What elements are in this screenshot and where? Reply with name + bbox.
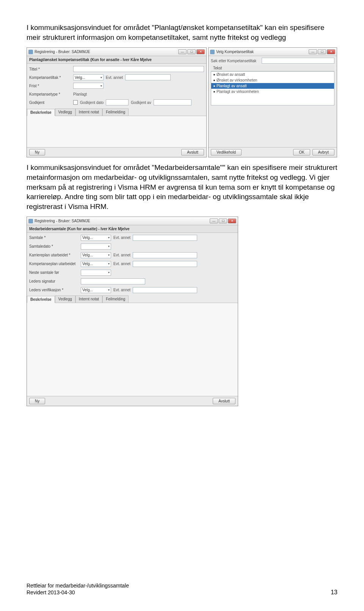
list-header-tekst: Tekst <box>211 65 334 71</box>
list-item[interactable]: Ønsket av virksomheten <box>211 77 334 83</box>
input-godkjentav[interactable] <box>154 99 191 105</box>
input-evtannet[interactable] <box>133 235 197 241</box>
form-area: Samtale * Velg...▾ Evt. annet Samtaledat… <box>27 233 238 295</box>
input-evtannet-ledersverif[interactable] <box>133 287 197 293</box>
label-karriereplan: Karriereplan utarbeidet * <box>29 253 78 257</box>
chevron-down-icon: ▾ <box>100 84 102 88</box>
paragraph-2: I kommuniksasjonsvinduet for området "Me… <box>27 163 337 211</box>
tab-vedlegg[interactable]: Vedlegg <box>55 108 75 116</box>
tab-feilmelding[interactable]: Feilmelding <box>102 108 129 116</box>
button-ok[interactable]: OK <box>293 149 310 155</box>
tab-beskrivelse[interactable]: Beskrivelse <box>27 109 55 116</box>
combo-ledersverif[interactable]: Velg...▾ <box>81 287 111 293</box>
button-avbryt[interactable]: Avbryt <box>312 149 334 155</box>
checkbox-godkjent[interactable] <box>73 100 78 105</box>
chevron-down-icon: ▾ <box>108 253 110 257</box>
combo-karriereplan[interactable]: Velg...▾ <box>81 252 111 258</box>
app-icon <box>210 50 215 54</box>
paragraph-1: I kommuniksasjonsvinduet for området "Pl… <box>27 23 337 42</box>
form-area: Tittel * Kompetansetiltak * Velg...▾ Evt… <box>27 64 206 108</box>
tab-vedlegg[interactable]: Vedlegg <box>55 295 75 303</box>
button-vedlikehold[interactable]: Vedlikehold <box>211 149 242 155</box>
label-evtannet: Evt. annet <box>113 288 130 292</box>
chevron-down-icon: ▾ <box>108 236 110 239</box>
tabs-row: Beskrivelse Vedlegg Internt notat Feilme… <box>27 295 238 303</box>
window-title: Registrering - Bruker: SADMMJE <box>35 50 177 54</box>
combo-samtale[interactable]: Velg...▾ <box>81 235 111 241</box>
label-evtannet: Evt. annet <box>113 253 130 257</box>
minimize-button[interactable]: — <box>178 49 187 54</box>
minimize-button[interactable]: — <box>309 49 317 54</box>
combo-samtaledato[interactable]: ▾ <box>81 243 111 250</box>
window-subheader: Medarbeidersamtale (Kun for ansatte) - I… <box>27 225 238 233</box>
maximize-button[interactable]: ☐ <box>187 49 196 54</box>
tab-internt-notat[interactable]: Internt notat <box>75 108 102 116</box>
label-samtale: Samtale * <box>29 236 78 240</box>
input-evtannet-karriereplan[interactable] <box>133 252 197 258</box>
titlebar: Velg Kompetansetiltak — ☐ ✕ <box>209 48 337 56</box>
close-button[interactable]: ✕ <box>196 49 205 54</box>
maximize-button[interactable]: ☐ <box>219 218 227 223</box>
bullet-icon <box>213 91 215 93</box>
label-godkjentdato: Godkjent dato <box>80 101 104 105</box>
label-lederssign: Leders signatur <box>29 279 78 283</box>
label-kompetansetiltak: Kompetansetiltak * <box>29 75 71 80</box>
tab-beskrivelse[interactable]: Beskrivelse <box>27 296 55 303</box>
close-button[interactable]: ✕ <box>327 49 335 54</box>
page-footer: Rettleiar for medarbeidar-/utviklingssam… <box>27 582 337 596</box>
window-title: Registrering - Bruker: SADMMJE <box>35 219 208 223</box>
page-number: 13 <box>331 589 337 596</box>
label-samtaledato: Samtaledato * <box>29 244 78 248</box>
combo-frist[interactable]: ▾ <box>73 83 104 89</box>
button-ny[interactable]: Ny <box>29 149 45 155</box>
maximize-button[interactable]: ☐ <box>318 49 326 54</box>
label-search: Søk etter Kompetansetiltak <box>211 59 260 63</box>
search-row: Søk etter Kompetansetiltak <box>209 56 337 65</box>
combo-kompetanseplan[interactable]: Velg...▾ <box>81 261 111 267</box>
textarea-beskrivelse[interactable] <box>27 303 238 396</box>
close-button[interactable]: ✕ <box>228 218 236 223</box>
list-item[interactable]: Planlagt av virksomheten <box>211 89 334 94</box>
titlebar: Registrering - Bruker: SADMMJE — ☐ ✕ <box>27 217 238 225</box>
list-item[interactable]: Ønsket av ansatt <box>211 72 334 77</box>
input-search[interactable] <box>262 58 334 64</box>
chevron-down-icon: ▾ <box>108 288 110 292</box>
combo-neste[interactable]: ▾ <box>81 270 111 276</box>
button-avslutt[interactable]: Avslutt <box>181 149 204 155</box>
window-controls: — ☐ ✕ <box>178 49 205 54</box>
input-godkjentdato[interactable] <box>106 99 129 105</box>
label-neste: Neste samtale før <box>29 270 78 275</box>
label-kompetanseplan: Kompetanseplan utarbeidet <box>29 262 78 266</box>
combo-kompetansetiltak[interactable]: Velg...▾ <box>73 74 104 80</box>
listbox-kompetansetiltak[interactable]: Ønsket av ansatt Ønsket av virksomheten … <box>211 71 334 105</box>
input-evtannet-1[interactable] <box>125 74 171 80</box>
label-godkjent: Godkjent <box>29 101 71 105</box>
screenshot-row-1: Registrering - Bruker: SADMMJE — ☐ ✕ Pla… <box>27 47 337 157</box>
label-godkjentav: Godkjent av <box>131 101 151 105</box>
textarea-beskrivelse[interactable] <box>27 116 206 147</box>
button-avslutt[interactable]: Avslutt <box>213 398 235 404</box>
bullet-icon <box>213 85 215 87</box>
label-evtannet-1: Evt. annet <box>106 75 123 80</box>
tab-internt-notat[interactable]: Internt notat <box>75 295 102 303</box>
chevron-down-icon: ▾ <box>108 245 110 248</box>
tabs-row: Beskrivelse Vedlegg Internt notat Feilme… <box>27 108 206 116</box>
window-footer: Vedlikehold OK Avbryt <box>209 147 337 157</box>
button-ny[interactable]: Ny <box>29 398 45 404</box>
chevron-down-icon: ▾ <box>108 262 110 265</box>
value-planlagt: Planlagt <box>73 92 87 96</box>
label-evtannet: Evt. annet <box>113 262 130 266</box>
window-controls: — ☐ ✕ <box>309 49 335 54</box>
input-tittel[interactable] <box>73 66 204 72</box>
list-item-selected[interactable]: Planlagt av ansatt <box>211 83 334 89</box>
minimize-button[interactable]: — <box>210 218 218 223</box>
window-registrering-planlagt: Registrering - Bruker: SADMMJE — ☐ ✕ Pla… <box>27 47 207 157</box>
window-registrering-medarbeidersamtale: Registrering - Bruker: SADMMJE — ☐ ✕ Med… <box>27 217 238 406</box>
app-icon <box>28 219 33 223</box>
window-velg-kompetansetiltak: Velg Kompetansetiltak — ☐ ✕ Søk etter Ko… <box>208 47 337 157</box>
tab-feilmelding[interactable]: Feilmelding <box>102 295 129 303</box>
window-footer: Ny Avslutt <box>27 396 238 406</box>
input-evtannet-kompetanseplan[interactable] <box>133 261 197 267</box>
label-frist: Frist * <box>29 84 71 88</box>
input-lederssign[interactable] <box>81 278 145 284</box>
